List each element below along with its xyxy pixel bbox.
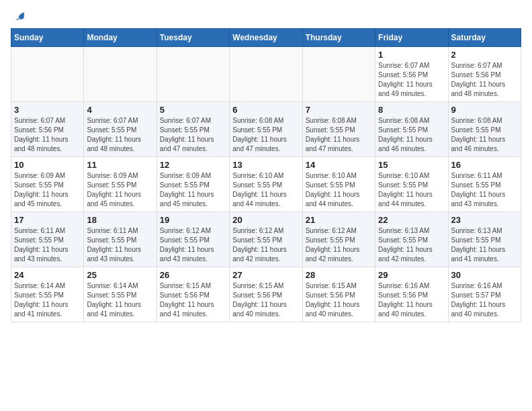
calendar-week-row: 17Sunrise: 6:11 AM Sunset: 5:55 PM Dayli… xyxy=(11,212,521,267)
day-info: Sunrise: 6:07 AM Sunset: 5:56 PM Dayligh… xyxy=(14,116,81,154)
calendar-cell: 9Sunrise: 6:08 AM Sunset: 5:55 PM Daylig… xyxy=(448,102,521,157)
weekday-header-saturday: Saturday xyxy=(448,29,521,47)
calendar-cell: 11Sunrise: 6:09 AM Sunset: 5:55 PM Dayli… xyxy=(84,157,157,212)
day-info: Sunrise: 6:15 AM Sunset: 5:56 PM Dayligh… xyxy=(232,281,299,319)
day-number: 7 xyxy=(306,105,372,115)
day-number: 22 xyxy=(378,215,445,225)
calendar-cell: 16Sunrise: 6:11 AM Sunset: 5:55 PM Dayli… xyxy=(448,157,521,212)
calendar-week-row: 1Sunrise: 6:07 AM Sunset: 5:56 PM Daylig… xyxy=(11,47,521,102)
day-number: 14 xyxy=(306,160,372,170)
day-info: Sunrise: 6:09 AM Sunset: 5:55 PM Dayligh… xyxy=(87,171,153,209)
weekday-header-friday: Friday xyxy=(375,29,448,47)
day-info: Sunrise: 6:11 AM Sunset: 5:55 PM Dayligh… xyxy=(451,171,518,209)
calendar-cell: 28Sunrise: 6:15 AM Sunset: 5:56 PM Dayli… xyxy=(302,267,375,322)
day-info: Sunrise: 6:12 AM Sunset: 5:55 PM Dayligh… xyxy=(232,226,299,264)
calendar-cell: 6Sunrise: 6:08 AM Sunset: 5:55 PM Daylig… xyxy=(230,102,302,157)
day-number: 20 xyxy=(232,215,299,225)
calendar-cell: 22Sunrise: 6:13 AM Sunset: 5:55 PM Dayli… xyxy=(375,212,448,267)
calendar-cell xyxy=(230,47,302,102)
day-info: Sunrise: 6:16 AM Sunset: 5:56 PM Dayligh… xyxy=(378,281,445,319)
calendar-cell: 29Sunrise: 6:16 AM Sunset: 5:56 PM Dayli… xyxy=(375,267,448,322)
day-number: 3 xyxy=(14,105,81,115)
day-number: 5 xyxy=(160,105,226,115)
day-number: 11 xyxy=(87,160,153,170)
calendar-cell: 12Sunrise: 6:09 AM Sunset: 5:55 PM Dayli… xyxy=(157,157,229,212)
day-info: Sunrise: 6:13 AM Sunset: 5:55 PM Dayligh… xyxy=(451,226,518,264)
calendar-cell xyxy=(84,47,157,102)
day-number: 26 xyxy=(160,270,226,280)
day-info: Sunrise: 6:10 AM Sunset: 5:55 PM Dayligh… xyxy=(232,171,299,209)
calendar-cell: 26Sunrise: 6:15 AM Sunset: 5:56 PM Dayli… xyxy=(157,267,229,322)
day-number: 12 xyxy=(160,160,226,170)
day-info: Sunrise: 6:11 AM Sunset: 5:55 PM Dayligh… xyxy=(14,226,81,264)
day-info: Sunrise: 6:07 AM Sunset: 5:56 PM Dayligh… xyxy=(451,61,518,99)
day-number: 10 xyxy=(14,160,81,170)
calendar-cell: 21Sunrise: 6:12 AM Sunset: 5:55 PM Dayli… xyxy=(302,212,375,267)
weekday-header-sunday: Sunday xyxy=(11,29,84,47)
calendar-cell: 7Sunrise: 6:08 AM Sunset: 5:55 PM Daylig… xyxy=(302,102,375,157)
day-info: Sunrise: 6:09 AM Sunset: 5:55 PM Dayligh… xyxy=(160,171,226,209)
day-info: Sunrise: 6:08 AM Sunset: 5:55 PM Dayligh… xyxy=(306,116,372,154)
day-info: Sunrise: 6:15 AM Sunset: 5:56 PM Dayligh… xyxy=(160,281,226,319)
day-info: Sunrise: 6:12 AM Sunset: 5:55 PM Dayligh… xyxy=(306,226,372,264)
calendar-cell: 18Sunrise: 6:11 AM Sunset: 5:55 PM Dayli… xyxy=(84,212,157,267)
calendar-cell: 10Sunrise: 6:09 AM Sunset: 5:55 PM Dayli… xyxy=(11,157,84,212)
calendar-cell: 2Sunrise: 6:07 AM Sunset: 5:56 PM Daylig… xyxy=(448,47,521,102)
day-info: Sunrise: 6:07 AM Sunset: 5:55 PM Dayligh… xyxy=(160,116,226,154)
day-number: 13 xyxy=(232,160,299,170)
logo xyxy=(11,11,26,20)
calendar-table: SundayMondayTuesdayWednesdayThursdayFrid… xyxy=(11,28,521,322)
weekday-header-thursday: Thursday xyxy=(302,29,375,47)
page-header xyxy=(11,11,521,20)
day-number: 27 xyxy=(232,270,299,280)
calendar-cell xyxy=(302,47,375,102)
day-number: 1 xyxy=(378,50,445,60)
calendar-cell: 20Sunrise: 6:12 AM Sunset: 5:55 PM Dayli… xyxy=(230,212,302,267)
calendar-cell: 13Sunrise: 6:10 AM Sunset: 5:55 PM Dayli… xyxy=(230,157,302,212)
calendar-week-row: 24Sunrise: 6:14 AM Sunset: 5:55 PM Dayli… xyxy=(11,267,521,322)
day-number: 23 xyxy=(451,215,518,225)
weekday-header-wednesday: Wednesday xyxy=(230,29,302,47)
day-number: 25 xyxy=(87,270,153,280)
day-number: 24 xyxy=(14,270,81,280)
calendar-cell: 15Sunrise: 6:10 AM Sunset: 5:55 PM Dayli… xyxy=(375,157,448,212)
day-number: 30 xyxy=(451,270,518,280)
day-number: 9 xyxy=(451,105,518,115)
calendar-cell: 19Sunrise: 6:12 AM Sunset: 5:55 PM Dayli… xyxy=(157,212,229,267)
day-info: Sunrise: 6:11 AM Sunset: 5:55 PM Dayligh… xyxy=(87,226,153,264)
day-info: Sunrise: 6:08 AM Sunset: 5:55 PM Dayligh… xyxy=(451,116,518,154)
day-number: 18 xyxy=(87,215,153,225)
calendar-cell: 25Sunrise: 6:14 AM Sunset: 5:55 PM Dayli… xyxy=(84,267,157,322)
logo-bird-icon xyxy=(13,11,26,23)
day-info: Sunrise: 6:10 AM Sunset: 5:55 PM Dayligh… xyxy=(378,171,445,209)
calendar-cell: 3Sunrise: 6:07 AM Sunset: 5:56 PM Daylig… xyxy=(11,102,84,157)
day-number: 21 xyxy=(306,215,372,225)
day-number: 8 xyxy=(378,105,445,115)
day-number: 6 xyxy=(232,105,299,115)
calendar-cell: 8Sunrise: 6:08 AM Sunset: 5:55 PM Daylig… xyxy=(375,102,448,157)
day-number: 4 xyxy=(87,105,153,115)
day-number: 2 xyxy=(451,50,518,60)
day-info: Sunrise: 6:08 AM Sunset: 5:55 PM Dayligh… xyxy=(232,116,299,154)
weekday-header-monday: Monday xyxy=(84,29,157,47)
day-number: 19 xyxy=(160,215,226,225)
day-info: Sunrise: 6:13 AM Sunset: 5:55 PM Dayligh… xyxy=(378,226,445,264)
weekday-header-row: SundayMondayTuesdayWednesdayThursdayFrid… xyxy=(11,29,521,47)
day-info: Sunrise: 6:14 AM Sunset: 5:55 PM Dayligh… xyxy=(87,281,153,319)
day-info: Sunrise: 6:12 AM Sunset: 5:55 PM Dayligh… xyxy=(160,226,226,264)
calendar-cell: 30Sunrise: 6:16 AM Sunset: 5:57 PM Dayli… xyxy=(448,267,521,322)
calendar-cell: 1Sunrise: 6:07 AM Sunset: 5:56 PM Daylig… xyxy=(375,47,448,102)
day-number: 15 xyxy=(378,160,445,170)
calendar-cell xyxy=(11,47,84,102)
weekday-header-tuesday: Tuesday xyxy=(157,29,229,47)
calendar-cell: 27Sunrise: 6:15 AM Sunset: 5:56 PM Dayli… xyxy=(230,267,302,322)
calendar-week-row: 3Sunrise: 6:07 AM Sunset: 5:56 PM Daylig… xyxy=(11,102,521,157)
calendar-cell: 5Sunrise: 6:07 AM Sunset: 5:55 PM Daylig… xyxy=(157,102,229,157)
day-number: 16 xyxy=(451,160,518,170)
day-number: 28 xyxy=(306,270,372,280)
day-info: Sunrise: 6:14 AM Sunset: 5:55 PM Dayligh… xyxy=(14,281,81,319)
day-info: Sunrise: 6:07 AM Sunset: 5:56 PM Dayligh… xyxy=(378,61,445,99)
calendar-cell: 24Sunrise: 6:14 AM Sunset: 5:55 PM Dayli… xyxy=(11,267,84,322)
calendar-cell: 4Sunrise: 6:07 AM Sunset: 5:55 PM Daylig… xyxy=(84,102,157,157)
calendar-cell: 23Sunrise: 6:13 AM Sunset: 5:55 PM Dayli… xyxy=(448,212,521,267)
